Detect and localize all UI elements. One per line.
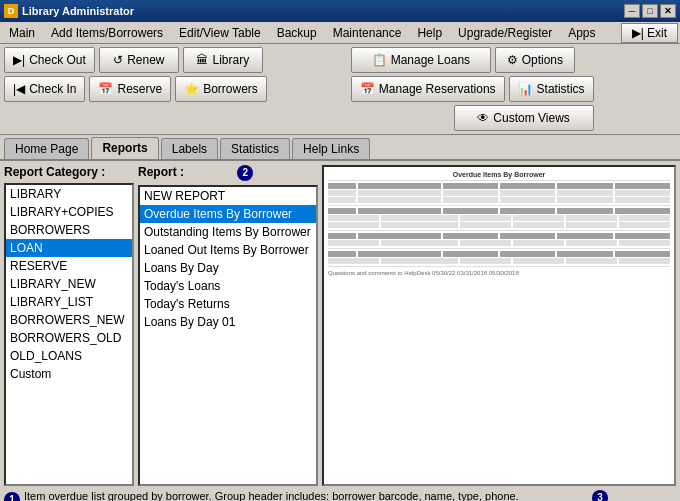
borrowers-button[interactable]: ⭐ Borrowers: [175, 76, 267, 102]
report-item[interactable]: Loaned Out Items By Borrower: [140, 241, 316, 259]
report-item[interactable]: Outstanding Items By Borrower: [140, 223, 316, 241]
category-item[interactable]: OLD_LOANS: [6, 347, 132, 365]
renew-icon: ↺: [113, 53, 123, 67]
report-description: Item overdue list grouped by borrower. G…: [24, 490, 520, 501]
report-item[interactable]: Overdue Items By Borrower: [140, 205, 316, 223]
borrowers-label: Borrowers: [203, 82, 258, 96]
library-button[interactable]: 🏛 Library: [183, 47, 263, 73]
tab-labels[interactable]: Labels: [161, 138, 218, 159]
checkout-label: Check Out: [29, 53, 86, 67]
main-content: Report Category : LIBRARYLIBRARY+COPIESB…: [0, 161, 680, 501]
library-label: Library: [212, 53, 249, 67]
options-button[interactable]: ⚙ Options: [495, 47, 575, 73]
report-item[interactable]: NEW REPORT: [140, 187, 316, 205]
category-list[interactable]: LIBRARYLIBRARY+COPIESBORROWERSLOANRESERV…: [4, 183, 134, 486]
tab-help-links[interactable]: Help Links: [292, 138, 370, 159]
statistics-icon: 📊: [518, 82, 533, 96]
app-icon: D: [4, 4, 18, 18]
category-item[interactable]: RESERVE: [6, 257, 132, 275]
category-item[interactable]: LIBRARY+COPIES: [6, 203, 132, 221]
report-item[interactable]: Loans By Day 01: [140, 313, 316, 331]
custom-views-label: Custom Views: [493, 111, 569, 125]
category-panel: Report Category : LIBRARYLIBRARY+COPIESB…: [4, 165, 134, 486]
reserve-label: Reserve: [117, 82, 162, 96]
reserve-icon: 📅: [98, 82, 113, 96]
menu-item-maintenance[interactable]: Maintenance: [326, 23, 409, 43]
options-label: Options: [522, 53, 563, 67]
manage-loans-label: Manage Loans: [391, 53, 470, 67]
report-item[interactable]: Today's Returns: [140, 295, 316, 313]
checkin-label: Check In: [29, 82, 76, 96]
menu-bar: MainAdd Items/BorrowersEdit/View TableBa…: [0, 22, 680, 44]
menu-item-add-items/borrowers[interactable]: Add Items/Borrowers: [44, 23, 170, 43]
category-label: Report Category :: [4, 165, 134, 179]
tab-statistics[interactable]: Statistics: [220, 138, 290, 159]
preview-box: Overdue Items By Borrower: [322, 165, 676, 486]
tab-reports[interactable]: Reports: [91, 137, 158, 159]
renew-label: Renew: [127, 53, 164, 67]
report-item[interactable]: Today's Loans: [140, 277, 316, 295]
report-list[interactable]: NEW REPORTOverdue Items By BorrowerOutst…: [138, 185, 318, 486]
library-icon: 🏛: [196, 53, 208, 67]
badge-1: 1: [4, 492, 20, 501]
manage-reservations-icon: 📅: [360, 82, 375, 96]
maximize-button[interactable]: □: [642, 4, 658, 18]
statistics-button[interactable]: 📊 Statistics: [509, 76, 594, 102]
category-item[interactable]: LIBRARY: [6, 185, 132, 203]
checkin-icon: |◀: [13, 82, 25, 96]
close-button[interactable]: ✕: [660, 4, 676, 18]
category-item[interactable]: Custom: [6, 365, 132, 383]
report-label: Report : 2: [138, 165, 318, 181]
badge-3: 3: [592, 490, 608, 501]
checkout-button[interactable]: ▶| Check Out: [4, 47, 95, 73]
checkout-icon: ▶|: [13, 53, 25, 67]
toolbar: ▶| Check Out ↺ Renew 🏛 Library |◀ Check …: [0, 44, 680, 135]
category-item[interactable]: BORROWERS_NEW: [6, 311, 132, 329]
statistics-label: Statistics: [537, 82, 585, 96]
preview-panel: Overdue Items By Borrower: [322, 165, 676, 486]
category-item[interactable]: BORROWERS: [6, 221, 132, 239]
options-icon: ⚙: [507, 53, 518, 67]
custom-views-button[interactable]: 👁 Custom Views: [454, 105, 594, 131]
menu-item-apps[interactable]: Apps: [561, 23, 602, 43]
renew-button[interactable]: ↺ Renew: [99, 47, 179, 73]
menu-item-upgrade/register[interactable]: Upgrade/Register: [451, 23, 559, 43]
menu-item-main[interactable]: Main: [2, 23, 42, 43]
menu-item-edit/view-table[interactable]: Edit/View Table: [172, 23, 268, 43]
category-item[interactable]: LIBRARY_LIST: [6, 293, 132, 311]
tab-home-page[interactable]: Home Page: [4, 138, 89, 159]
menu-item-help[interactable]: Help: [410, 23, 449, 43]
report-item[interactable]: Loans By Day: [140, 259, 316, 277]
manage-loans-button[interactable]: 📋 Manage Loans: [351, 47, 491, 73]
manage-reservations-label: Manage Reservations: [379, 82, 496, 96]
title-bar: D Library Administrator ─ □ ✕: [0, 0, 680, 22]
checkin-button[interactable]: |◀ Check In: [4, 76, 85, 102]
badge-2: 2: [237, 165, 253, 181]
tab-bar: Home PageReportsLabelsStatisticsHelp Lin…: [0, 135, 680, 161]
menu-item-backup[interactable]: Backup: [270, 23, 324, 43]
category-item[interactable]: LOAN: [6, 239, 132, 257]
reserve-button[interactable]: 📅 Reserve: [89, 76, 171, 102]
category-item[interactable]: BORROWERS_OLD: [6, 329, 132, 347]
minimize-button[interactable]: ─: [624, 4, 640, 18]
exit-icon: ▶|: [632, 26, 644, 40]
custom-views-icon: 👁: [477, 111, 489, 125]
manage-loans-icon: 📋: [372, 53, 387, 67]
category-item[interactable]: LIBRARY_NEW: [6, 275, 132, 293]
window-title: Library Administrator: [22, 5, 134, 17]
manage-reservations-button[interactable]: 📅 Manage Reservations: [351, 76, 505, 102]
exit-button[interactable]: ▶| Exit: [621, 23, 678, 43]
borrowers-icon: ⭐: [184, 82, 199, 96]
exit-label: Exit: [647, 26, 667, 40]
report-panel: Report : 2 NEW REPORTOverdue Items By Bo…: [138, 165, 318, 486]
